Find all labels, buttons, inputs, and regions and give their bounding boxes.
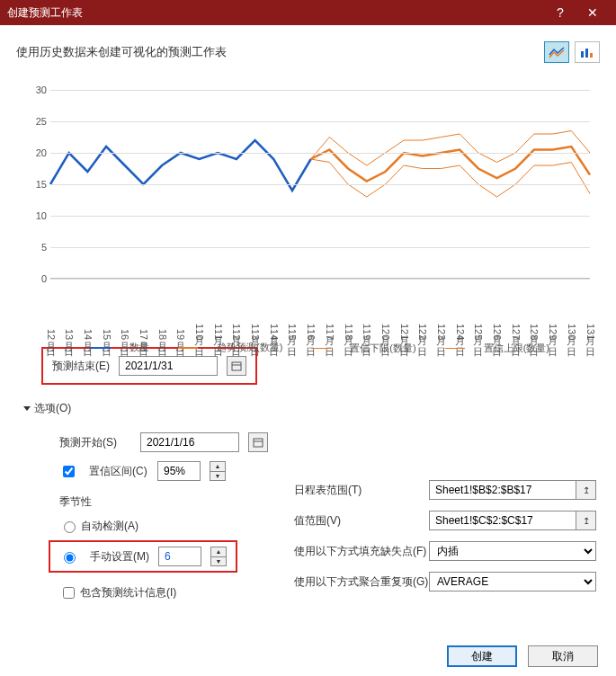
svg-rect-1 (585, 49, 588, 58)
column-chart-icon (579, 46, 595, 58)
svg-rect-5 (254, 439, 263, 447)
options-label[interactable]: 选项(O) (34, 401, 71, 416)
close-button[interactable]: ✕ (576, 5, 609, 20)
spinner-up-icon[interactable]: ▲ (211, 547, 226, 557)
forecast-chart: 051015202530 1月2日1月3日1月4日1月5日1月6日1月7日1月8… (25, 90, 601, 351)
include-stats-checkbox[interactable] (63, 587, 75, 599)
manual-set-label: 手动设置(M) (90, 549, 149, 565)
forecast-end-datepicker-button[interactable] (227, 356, 246, 376)
svg-rect-2 (590, 53, 593, 58)
window-title: 创建预测工作表 (7, 5, 544, 21)
auto-detect-label: 自动检测(A) (81, 519, 138, 534)
dialog-subtitle: 使用历史数据来创建可视化的预测工作表 (16, 44, 544, 60)
create-button[interactable]: 创建 (447, 645, 517, 667)
line-chart-icon (549, 46, 565, 58)
confidence-label: 置信区间(C) (89, 464, 148, 479)
cancel-button[interactable]: 取消 (528, 645, 598, 667)
auto-detect-radio[interactable] (64, 521, 76, 533)
options-collapse-icon[interactable] (23, 406, 31, 411)
column-chart-button[interactable] (575, 41, 600, 63)
confidence-checkbox[interactable] (63, 466, 75, 477)
manual-set-radio[interactable] (64, 552, 76, 564)
forecast-start-input[interactable] (140, 432, 239, 452)
manual-set-highlight: 手动设置(M) ▲▼ (49, 540, 237, 573)
values-range-input[interactable] (429, 511, 576, 530)
line-chart-button[interactable] (544, 41, 569, 63)
manual-set-input[interactable] (158, 547, 201, 566)
forecast-start-datepicker-button[interactable] (248, 432, 268, 452)
forecast-end-label: 预测结束(E) (52, 359, 110, 374)
svg-rect-3 (232, 362, 241, 370)
calendar-icon (231, 360, 242, 371)
svg-rect-0 (581, 51, 584, 58)
timeline-range-label: 日程表范围(T) (294, 483, 429, 498)
include-stats-label: 包含预测统计信息(I) (80, 585, 176, 600)
timeline-range-input[interactable] (429, 480, 576, 500)
title-bar: 创建预测工作表 ? ✕ (0, 0, 616, 25)
chart-legend: 数量趋势预测(数量)置信下限(数量)置信上限(数量) (50, 340, 590, 355)
spinner-down-icon[interactable]: ▼ (211, 557, 226, 566)
help-button[interactable]: ? (544, 5, 576, 20)
aggregate-label: 使用以下方式聚合重复项(G) (294, 574, 429, 590)
forecast-end-input[interactable] (119, 356, 218, 376)
spinner-up-icon[interactable]: ▲ (210, 462, 225, 472)
values-range-label: 值范围(V) (294, 513, 429, 529)
timeline-range-picker-button[interactable]: ↥ (576, 480, 596, 500)
spinner-down-icon[interactable]: ▼ (210, 472, 225, 481)
seasonality-heading: 季节性 (59, 494, 272, 510)
fill-missing-label: 使用以下方式填充缺失点(F) (294, 544, 429, 559)
fill-missing-select[interactable]: 内插 (429, 541, 596, 561)
confidence-input[interactable] (157, 461, 201, 481)
forecast-start-label: 预测开始(S) (59, 435, 131, 450)
values-range-picker-button[interactable]: ↥ (576, 511, 596, 530)
confidence-spinner[interactable]: ▲▼ (210, 461, 226, 481)
aggregate-select[interactable]: AVERAGE (429, 572, 596, 592)
calendar-icon (253, 437, 263, 448)
manual-set-spinner[interactable]: ▲▼ (210, 547, 227, 566)
